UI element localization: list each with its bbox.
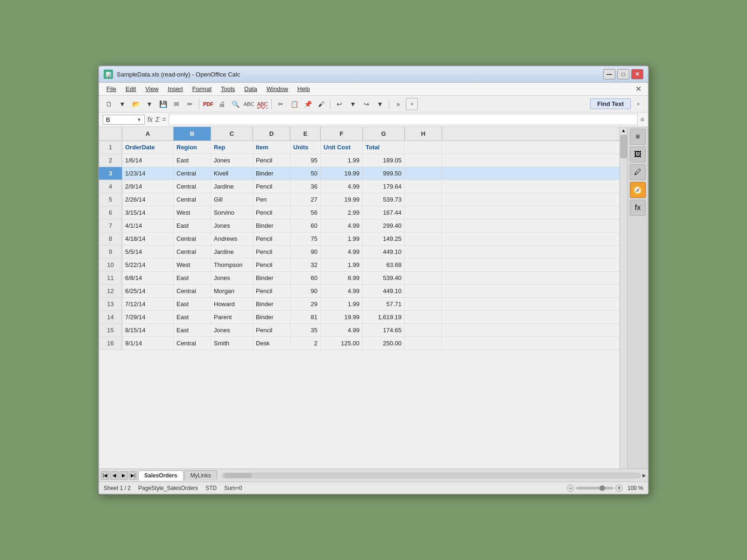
cell-4-a[interactable]: 2/9/14 [122, 180, 174, 193]
cell-7-c[interactable]: Jones [211, 219, 253, 232]
cell-5-g[interactable]: 539.73 [363, 193, 405, 206]
cell-10-e[interactable]: 32 [290, 259, 321, 271]
cell-12-h[interactable] [405, 285, 442, 297]
cell-11-b[interactable]: East [174, 272, 211, 284]
cell-7-b[interactable]: East [174, 219, 211, 232]
preview-button[interactable]: 🔍 [229, 98, 241, 110]
cell-3-f[interactable]: 19.99 [321, 167, 363, 180]
cell-14-b[interactable]: East [174, 311, 211, 323]
cell-11-h[interactable] [405, 272, 442, 284]
close-button[interactable]: ✕ [631, 69, 643, 79]
cell-12-d[interactable]: Pencil [253, 285, 290, 297]
cell-15-d[interactable]: Pencil [253, 324, 290, 336]
cell-8-f[interactable]: 1.99 [321, 232, 363, 245]
cell-3-e[interactable]: 50 [290, 167, 321, 180]
scrollbar-up-arrow[interactable]: ▲ [621, 128, 626, 133]
toolbar-dropdown1[interactable]: ▼ [116, 98, 128, 110]
cell-5-a[interactable]: 2/26/14 [122, 193, 174, 206]
undo-dropdown[interactable]: ▼ [347, 98, 359, 110]
menu-window[interactable]: Window [263, 84, 292, 94]
col-header-d[interactable]: D [253, 127, 290, 140]
cell-12-g[interactable]: 449.10 [363, 285, 405, 297]
cell-14-g[interactable]: 1,619.19 [363, 311, 405, 323]
cell-2-h[interactable] [405, 154, 442, 167]
cell-7-e[interactable]: 60 [290, 219, 321, 232]
format-paint-button[interactable]: 🖌 [315, 98, 327, 110]
cell-9-b[interactable]: Central [174, 245, 211, 258]
cell-2-b[interactable]: East [174, 154, 211, 167]
toolbar-expand3[interactable]: » [632, 98, 644, 110]
cell-15-e[interactable]: 35 [290, 324, 321, 336]
cell-7-f[interactable]: 4.99 [321, 219, 363, 232]
col-header-f[interactable]: F [321, 127, 363, 140]
open-button[interactable]: 📂 [130, 98, 142, 110]
cell-5-f[interactable]: 19.99 [321, 193, 363, 206]
menu-tools[interactable]: Tools [217, 84, 239, 94]
cell-10-b[interactable]: West [174, 259, 211, 271]
cell-1b[interactable]: Region [174, 141, 211, 154]
scrollbar-vertical[interactable]: ▲ [620, 127, 627, 469]
cell-5-e[interactable]: 27 [290, 193, 321, 206]
zoom-minus-button[interactable]: − [567, 484, 574, 492]
cell-10-g[interactable]: 63.68 [363, 259, 405, 271]
zoom-slider-thumb[interactable] [599, 485, 605, 491]
col-header-c[interactable]: C [211, 127, 253, 140]
toolbar-expand[interactable]: » [392, 98, 404, 110]
col-header-b[interactable]: B [174, 127, 211, 140]
cell-16-a[interactable]: 9/1/14 [122, 337, 174, 350]
cell-11-e[interactable]: 60 [290, 272, 321, 284]
cell-3-a[interactable]: 1/23/14 [122, 167, 174, 180]
cell-16-e[interactable]: 2 [290, 337, 321, 350]
cell-16-d[interactable]: Desk [253, 337, 290, 350]
cell-14-d[interactable]: Binder [253, 311, 290, 323]
cell-5-c[interactable]: Gill [211, 193, 253, 206]
cell-8-c[interactable]: Andrews [211, 232, 253, 245]
cell-10-a[interactable]: 5/22/14 [122, 259, 174, 271]
cell-6-b[interactable]: West [174, 206, 211, 219]
cell-10-h[interactable] [405, 259, 442, 271]
cell-15-g[interactable]: 174.65 [363, 324, 405, 336]
menu-data[interactable]: Data [240, 84, 261, 94]
minimize-button[interactable]: — [603, 69, 615, 79]
spell2-button[interactable]: ABC [256, 98, 268, 110]
cell-4-d[interactable]: Pencil [253, 180, 290, 193]
cell-ref-box[interactable]: B ▼ [103, 115, 145, 125]
redo-dropdown[interactable]: ▼ [374, 98, 386, 110]
paste-button[interactable]: 📌 [302, 98, 314, 110]
cell-4-c[interactable]: Jardine [211, 180, 253, 193]
cell-6-d[interactable]: Pencil [253, 206, 290, 219]
cell-11-d[interactable]: Binder [253, 272, 290, 284]
cell-4-h[interactable] [405, 180, 442, 193]
cell-1d[interactable]: Item [253, 141, 290, 154]
cell-15-f[interactable]: 4.99 [321, 324, 363, 336]
cell-13-g[interactable]: 57.71 [363, 298, 405, 310]
cell-13-a[interactable]: 7/12/14 [122, 298, 174, 310]
cut-button[interactable]: ✂ [275, 98, 287, 110]
sidebar-icon-3[interactable]: 🖊 [630, 164, 646, 180]
cell-9-c[interactable]: Jardine [211, 245, 253, 258]
cell-14-e[interactable]: 81 [290, 311, 321, 323]
cell-3-c[interactable]: Kivell [211, 167, 253, 180]
cell-12-c[interactable]: Morgan [211, 285, 253, 297]
scrollbar-thumb[interactable] [620, 135, 627, 158]
cell-8-e[interactable]: 75 [290, 232, 321, 245]
redo-button[interactable]: ↪ [360, 98, 373, 110]
cell-16-c[interactable]: Smith [211, 337, 253, 350]
cell-13-h[interactable] [405, 298, 442, 310]
cell-6-e[interactable]: 56 [290, 206, 321, 219]
cell-2-d[interactable]: Pencil [253, 154, 290, 167]
sidebar-icon-5[interactable]: fx [630, 200, 646, 216]
cell-11-f[interactable]: 8.99 [321, 272, 363, 284]
cell-5-h[interactable] [405, 193, 442, 206]
cell-3-d[interactable]: Binder [253, 167, 290, 180]
cell-8-d[interactable]: Pencil [253, 232, 290, 245]
cell-7-h[interactable] [405, 219, 442, 232]
menu-close-button[interactable]: ✕ [633, 84, 644, 94]
cell-11-c[interactable]: Jones [211, 272, 253, 284]
copy-button[interactable]: 📋 [288, 98, 300, 110]
scrollbar-right-arrow[interactable]: ▶ [642, 473, 646, 478]
cell-15-h[interactable] [405, 324, 442, 336]
tab-my-links[interactable]: MyLinks [184, 470, 217, 480]
tab-sales-orders[interactable]: SalesOrders [138, 470, 183, 481]
cell-2-e[interactable]: 95 [290, 154, 321, 167]
